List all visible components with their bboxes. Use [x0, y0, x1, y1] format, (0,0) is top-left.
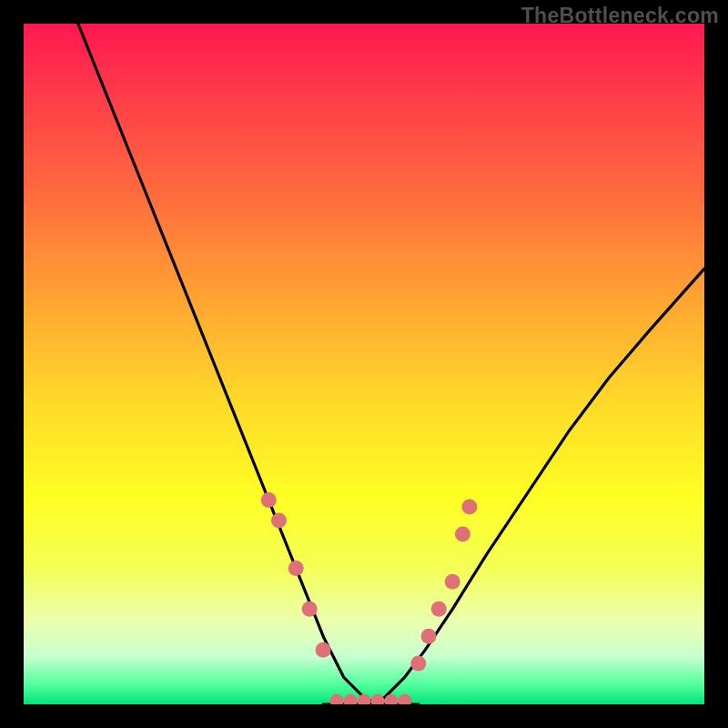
marker-dot: [398, 694, 411, 704]
marker-dot: [455, 527, 470, 542]
chart-svg: [24, 24, 704, 704]
marker-dot: [445, 574, 460, 590]
marker-dot: [370, 694, 384, 704]
marker-dot: [302, 602, 318, 617]
marker-dot: [344, 694, 358, 704]
marker-dot: [316, 642, 331, 658]
marker-dot: [421, 629, 437, 644]
marker-dot: [431, 602, 447, 617]
plot-background: [24, 24, 704, 704]
marker-dot: [271, 513, 287, 529]
chart-frame: TheBottleneck.com: [0, 0, 728, 728]
marker-dot: [461, 500, 477, 515]
marker-dot: [410, 656, 426, 672]
marker-dot: [261, 492, 277, 508]
curve-left-curve: [78, 24, 378, 704]
curve-right-curve: [364, 268, 704, 704]
curve-layer: [78, 24, 704, 704]
marker-dot: [330, 694, 344, 704]
marker-layer: [261, 492, 478, 704]
marker-dot: [288, 561, 304, 576]
marker-dot: [358, 694, 371, 704]
